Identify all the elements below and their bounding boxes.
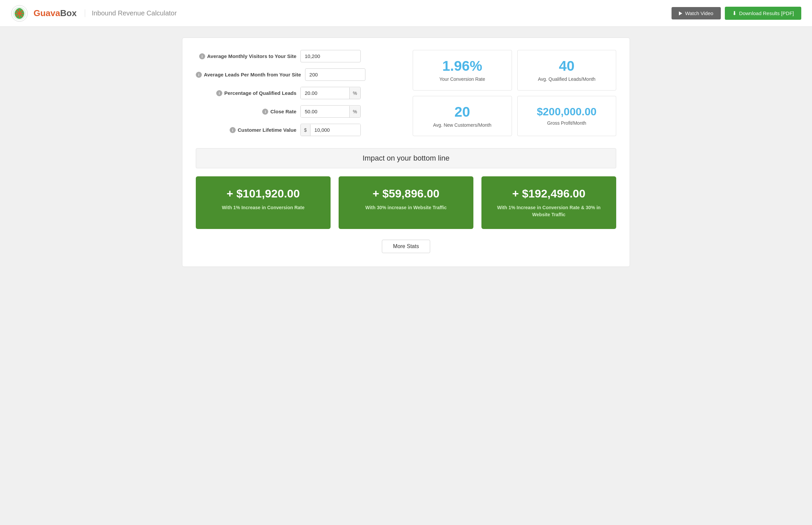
lifetime-value-prefix: $	[301, 124, 311, 136]
new-customers-label: Avg. New Customers/Month	[433, 122, 492, 128]
impact-value-3: + $192,496.00	[490, 187, 608, 200]
qualified-leads-info-icon[interactable]: i	[216, 90, 222, 96]
more-stats-button[interactable]: More Stats	[382, 240, 430, 253]
conversion-rate-value: 1.96%	[442, 58, 482, 74]
impact-desc-3: With 1% Increase in Conversion Rate & 30…	[490, 204, 608, 218]
close-rate-info-icon[interactable]: i	[262, 109, 268, 115]
impact-card-1: + $101,920.00 With 1% Increase in Conver…	[196, 176, 331, 229]
download-icon: ⬇	[732, 10, 737, 16]
more-stats-section: More Stats	[196, 240, 616, 253]
avg-leads-label: i Average Leads Per Month from Your Site	[196, 72, 301, 78]
conversion-rate-label: Your Conversion Rate	[439, 76, 485, 82]
close-rate-input-wrapper: %	[300, 105, 361, 118]
monthly-visitors-input[interactable]	[300, 50, 361, 62]
header-actions: Watch Video ⬇ Download Results [PDF]	[672, 7, 801, 20]
qualified-leads-input[interactable]	[301, 87, 349, 99]
svg-point-2	[18, 12, 21, 15]
logo-guava-text: Guava	[33, 8, 60, 18]
qualified-leads-stat: 40 Avg. Qualified Leads/Month	[517, 50, 617, 91]
qualified-leads-value: 40	[559, 58, 575, 74]
play-icon	[679, 11, 682, 15]
watch-video-button[interactable]: Watch Video	[672, 7, 721, 19]
qualified-leads-row: i Percentage of Qualified Leads %	[196, 87, 399, 99]
impact-value-1: + $101,920.00	[204, 187, 322, 200]
monthly-visitors-label: i Average Monthly Visitors to Your Site	[196, 53, 296, 59]
impact-value-2: + $59,896.00	[347, 187, 465, 200]
lifetime-value-row: i Customer Lifetime Value $	[196, 124, 399, 136]
calc-top-section: i Average Monthly Visitors to Your Site …	[196, 50, 616, 136]
guavabox-logo	[11, 5, 28, 22]
qualified-leads-suffix: %	[349, 88, 360, 99]
qualified-leads-input-wrapper: %	[300, 87, 361, 99]
impact-section: Impact on your bottom line + $101,920.00…	[196, 148, 616, 253]
page-title: Inbound Revenue Calculator	[85, 10, 177, 17]
lifetime-value-input-wrapper: $	[300, 124, 361, 136]
lifetime-value-label: i Customer Lifetime Value	[196, 127, 296, 133]
avg-leads-input[interactable]	[305, 69, 365, 81]
lifetime-value-input[interactable]	[311, 124, 360, 136]
logo-box-text: Box	[60, 8, 77, 18]
close-rate-suffix: %	[349, 106, 360, 117]
new-customers-value: 20	[454, 104, 470, 120]
new-customers-stat: 20 Avg. New Customers/Month	[413, 96, 512, 136]
monthly-visitors-info-icon[interactable]: i	[199, 53, 205, 59]
close-rate-label: i Close Rate	[196, 109, 296, 115]
download-results-button[interactable]: ⬇ Download Results [PDF]	[725, 7, 801, 20]
calculator-stats: 1.96% Your Conversion Rate 40 Avg. Quali…	[413, 50, 616, 136]
logo-wordmark: GuavaBox	[33, 8, 77, 18]
download-label: Download Results [PDF]	[739, 10, 794, 16]
gross-profit-stat: $200,000.00 Gross Profit/Month	[517, 96, 617, 136]
header-left: GuavaBox Inbound Revenue Calculator	[11, 5, 177, 22]
impact-header: Impact on your bottom line	[196, 148, 616, 168]
qualified-leads-label: i Percentage of Qualified Leads	[196, 90, 296, 96]
monthly-visitors-row: i Average Monthly Visitors to Your Site	[196, 50, 399, 62]
gross-profit-value: $200,000.00	[537, 106, 597, 118]
qualified-leads-stat-label: Avg. Qualified Leads/Month	[538, 76, 596, 82]
calculator-inputs: i Average Monthly Visitors to Your Site …	[196, 50, 399, 136]
close-rate-row: i Close Rate %	[196, 105, 399, 118]
gross-profit-label: Gross Profit/Month	[547, 120, 586, 126]
conversion-rate-stat: 1.96% Your Conversion Rate	[413, 50, 512, 91]
lifetime-value-info-icon[interactable]: i	[230, 127, 236, 133]
watch-video-label: Watch Video	[685, 10, 713, 16]
close-rate-input[interactable]	[301, 106, 349, 117]
avg-leads-row: i Average Leads Per Month from Your Site	[196, 69, 399, 81]
main-content: i Average Monthly Visitors to Your Site …	[171, 27, 641, 278]
impact-card-3: + $192,496.00 With 1% Increase in Conver…	[481, 176, 616, 229]
impact-card-2: + $59,896.00 With 30% increase in Websit…	[339, 176, 473, 229]
calculator-card: i Average Monthly Visitors to Your Site …	[182, 38, 630, 267]
impact-desc-2: With 30% increase in Website Traffic	[347, 204, 465, 211]
avg-leads-info-icon[interactable]: i	[196, 72, 202, 78]
impact-cards-grid: + $101,920.00 With 1% Increase in Conver…	[196, 176, 616, 229]
header: GuavaBox Inbound Revenue Calculator Watc…	[0, 0, 812, 27]
impact-desc-1: With 1% Increase in Conversion Rate	[204, 204, 322, 211]
